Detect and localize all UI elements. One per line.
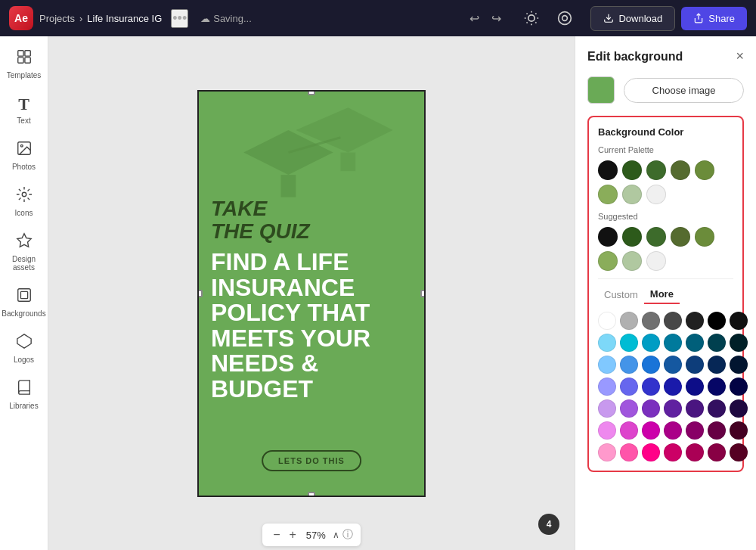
more-color-17[interactable] bbox=[664, 356, 682, 374]
handle-top[interactable] bbox=[308, 90, 315, 95]
more-color-43[interactable] bbox=[620, 443, 638, 461]
sidebar-item-design-assets[interactable]: Design assets bbox=[5, 226, 44, 278]
more-color-40[interactable] bbox=[708, 421, 726, 440]
more-color-12[interactable] bbox=[708, 334, 726, 352]
more-button[interactable]: ••• bbox=[171, 9, 188, 28]
suggested-color-1[interactable] bbox=[622, 227, 642, 247]
more-color-5[interactable] bbox=[708, 312, 726, 330]
more-color-36[interactable] bbox=[620, 421, 638, 440]
more-color-4[interactable] bbox=[686, 312, 704, 330]
more-color-8[interactable] bbox=[620, 334, 638, 352]
download-button[interactable]: Download bbox=[590, 6, 675, 31]
canvas-area[interactable]: TAKE THE QUIZ FIND A LIFE INSURANCE POLI… bbox=[48, 36, 575, 550]
current-color-2[interactable] bbox=[646, 160, 666, 180]
current-color-7[interactable] bbox=[646, 185, 666, 204]
more-color-32[interactable] bbox=[686, 399, 704, 418]
more-color-26[interactable] bbox=[708, 378, 726, 396]
more-color-25[interactable] bbox=[686, 378, 704, 396]
sidebar-item-icons[interactable]: Icons bbox=[5, 180, 44, 223]
suggested-color-2[interactable] bbox=[646, 227, 666, 247]
zoom-out-button[interactable]: − bbox=[270, 527, 283, 543]
design-canvas[interactable]: TAKE THE QUIZ FIND A LIFE INSURANCE POLI… bbox=[197, 90, 426, 497]
handle-bottom[interactable] bbox=[308, 492, 315, 497]
more-color-3[interactable] bbox=[664, 312, 682, 330]
current-color-6[interactable] bbox=[622, 185, 642, 204]
more-color-37[interactable] bbox=[642, 421, 660, 440]
more-color-29[interactable] bbox=[620, 399, 638, 418]
more-color-10[interactable] bbox=[664, 334, 682, 352]
more-color-34[interactable] bbox=[730, 399, 748, 418]
share-button[interactable]: Share bbox=[681, 7, 747, 30]
more-color-28[interactable] bbox=[598, 399, 616, 418]
more-color-45[interactable] bbox=[664, 443, 682, 461]
more-color-30[interactable] bbox=[642, 399, 660, 418]
sidebar-item-text[interactable]: T Text bbox=[5, 89, 44, 131]
more-color-1[interactable] bbox=[620, 312, 638, 330]
more-color-6[interactable] bbox=[730, 312, 748, 330]
sidebar-item-libraries[interactable]: Libraries bbox=[5, 373, 44, 416]
handle-left[interactable] bbox=[197, 290, 203, 297]
more-color-9[interactable] bbox=[642, 334, 660, 352]
more-color-14[interactable] bbox=[598, 356, 616, 374]
sidebar-item-logos[interactable]: Logos bbox=[5, 327, 44, 370]
sidebar-item-photos[interactable]: Photos bbox=[5, 134, 44, 177]
redo-button[interactable]: ↪ bbox=[487, 8, 506, 29]
sidebar-item-backgrounds[interactable]: Backgrounds bbox=[5, 281, 44, 324]
more-color-0[interactable] bbox=[598, 312, 616, 330]
more-color-48[interactable] bbox=[730, 443, 748, 461]
current-color-4[interactable] bbox=[695, 160, 714, 180]
suggested-color-6[interactable] bbox=[622, 251, 642, 271]
current-color-1[interactable] bbox=[622, 160, 642, 180]
projects-link[interactable]: Projects bbox=[39, 13, 75, 24]
current-color-5[interactable] bbox=[598, 185, 618, 204]
tab-custom[interactable]: Custom bbox=[598, 285, 644, 304]
current-color-0[interactable] bbox=[598, 160, 618, 180]
more-color-41[interactable] bbox=[730, 421, 748, 440]
more-color-22[interactable] bbox=[620, 378, 638, 396]
more-color-19[interactable] bbox=[708, 356, 726, 374]
more-color-46[interactable] bbox=[686, 443, 704, 461]
more-color-42[interactable] bbox=[598, 443, 616, 461]
suggested-color-3[interactable] bbox=[671, 227, 690, 247]
zoom-up-button[interactable]: ∧ bbox=[333, 530, 339, 540]
undo-button[interactable]: ↩ bbox=[465, 8, 484, 29]
color-preview-row: Choose image bbox=[587, 76, 744, 104]
suggested-color-5[interactable] bbox=[598, 251, 618, 271]
brand-button[interactable] bbox=[551, 5, 578, 32]
more-color-18[interactable] bbox=[686, 356, 704, 374]
more-color-24[interactable] bbox=[664, 378, 682, 396]
suggested-color-4[interactable] bbox=[695, 227, 714, 247]
more-color-39[interactable] bbox=[686, 421, 704, 440]
more-color-20[interactable] bbox=[730, 356, 748, 374]
more-color-11[interactable] bbox=[686, 334, 704, 352]
handle-right[interactable] bbox=[420, 290, 426, 297]
panel-close-button[interactable]: × bbox=[736, 48, 744, 64]
app-logo[interactable]: Ae bbox=[9, 6, 33, 30]
suggested-color-0[interactable] bbox=[598, 227, 618, 247]
current-color-3[interactable] bbox=[671, 160, 690, 180]
more-color-31[interactable] bbox=[664, 399, 682, 418]
more-color-15[interactable] bbox=[620, 356, 638, 374]
more-color-21[interactable] bbox=[598, 378, 616, 396]
more-color-44[interactable] bbox=[642, 443, 660, 461]
tab-more[interactable]: More bbox=[644, 285, 680, 304]
zoom-info-button[interactable]: ⓘ bbox=[342, 528, 353, 542]
svg-rect-15 bbox=[17, 57, 23, 63]
ideas-button[interactable] bbox=[518, 5, 545, 32]
more-color-33[interactable] bbox=[708, 399, 726, 418]
more-color-47[interactable] bbox=[708, 443, 726, 461]
more-color-16[interactable] bbox=[642, 356, 660, 374]
more-color-38[interactable] bbox=[664, 421, 682, 440]
more-color-23[interactable] bbox=[642, 378, 660, 396]
more-color-27[interactable] bbox=[730, 378, 748, 396]
more-color-35[interactable] bbox=[598, 421, 616, 440]
choose-image-button[interactable]: Choose image bbox=[624, 78, 744, 103]
sidebar-item-templates[interactable]: Templates bbox=[5, 42, 44, 85]
zoom-in-button[interactable]: + bbox=[287, 527, 299, 543]
right-panel: Edit background × Choose image Backgroun… bbox=[575, 36, 756, 550]
bg-color-swatch[interactable] bbox=[587, 76, 615, 104]
suggested-color-7[interactable] bbox=[646, 251, 666, 271]
more-color-13[interactable] bbox=[730, 334, 748, 352]
more-color-7[interactable] bbox=[598, 334, 616, 352]
more-color-2[interactable] bbox=[642, 312, 660, 330]
